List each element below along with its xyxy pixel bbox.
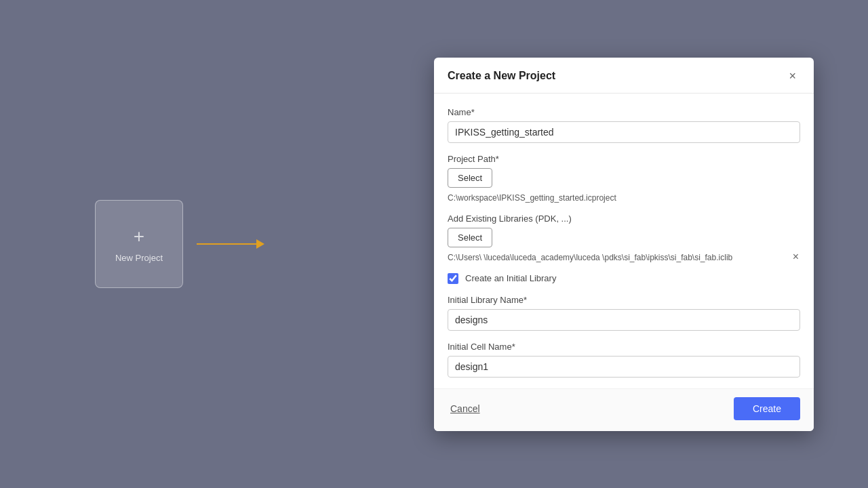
existing-libraries-remove-button[interactable]: × bbox=[791, 251, 800, 262]
initial-cell-name-field-group: Initial Cell Name* bbox=[448, 342, 800, 378]
name-label: Name* bbox=[448, 107, 800, 117]
modal-close-button[interactable]: × bbox=[785, 68, 800, 83]
existing-libraries-label: Add Existing Libraries (PDK, ...) bbox=[448, 214, 800, 224]
cancel-button[interactable]: Cancel bbox=[448, 398, 483, 420]
project-path-value: C:\workspace\IPKISS_getting_started.icpr… bbox=[448, 193, 800, 203]
initial-library-name-label: Initial Library Name* bbox=[448, 295, 800, 305]
create-initial-library-label[interactable]: Create an Initial Library bbox=[465, 273, 556, 283]
initial-cell-name-input[interactable] bbox=[448, 356, 800, 378]
modal-dialog: Create a New Project × Name* Project Pat… bbox=[434, 58, 814, 431]
modal-title: Create a New Project bbox=[448, 70, 555, 82]
existing-libraries-field-group: Add Existing Libraries (PDK, ...) Select… bbox=[448, 214, 800, 262]
initial-library-name-field-group: Initial Library Name* bbox=[448, 295, 800, 331]
name-input[interactable] bbox=[448, 121, 800, 143]
create-button[interactable]: Create bbox=[734, 397, 800, 420]
existing-libraries-path-value: C:\Users\ \luceda\luceda_academy\luceda … bbox=[448, 253, 787, 262]
name-field-group: Name* bbox=[448, 107, 800, 143]
project-path-select-button[interactable]: Select bbox=[448, 168, 492, 188]
initial-cell-name-label: Initial Cell Name* bbox=[448, 342, 800, 352]
initial-library-name-input[interactable] bbox=[448, 309, 800, 331]
modal-body: Name* Project Path* Select C:\workspace\… bbox=[434, 94, 814, 388]
create-initial-library-checkbox[interactable] bbox=[448, 273, 458, 284]
modal-header: Create a New Project × bbox=[434, 58, 814, 94]
create-initial-library-row: Create an Initial Library bbox=[448, 273, 800, 284]
existing-libraries-select-button[interactable]: Select bbox=[448, 228, 492, 247]
project-path-label: Project Path* bbox=[448, 154, 800, 164]
existing-libraries-path-row: C:\Users\ \luceda\luceda_academy\luceda … bbox=[448, 251, 800, 262]
modal-footer: Cancel Create bbox=[434, 388, 814, 431]
project-path-field-group: Project Path* Select C:\workspace\IPKISS… bbox=[448, 154, 800, 203]
modal-overlay: Create a New Project × Name* Project Pat… bbox=[0, 0, 868, 488]
